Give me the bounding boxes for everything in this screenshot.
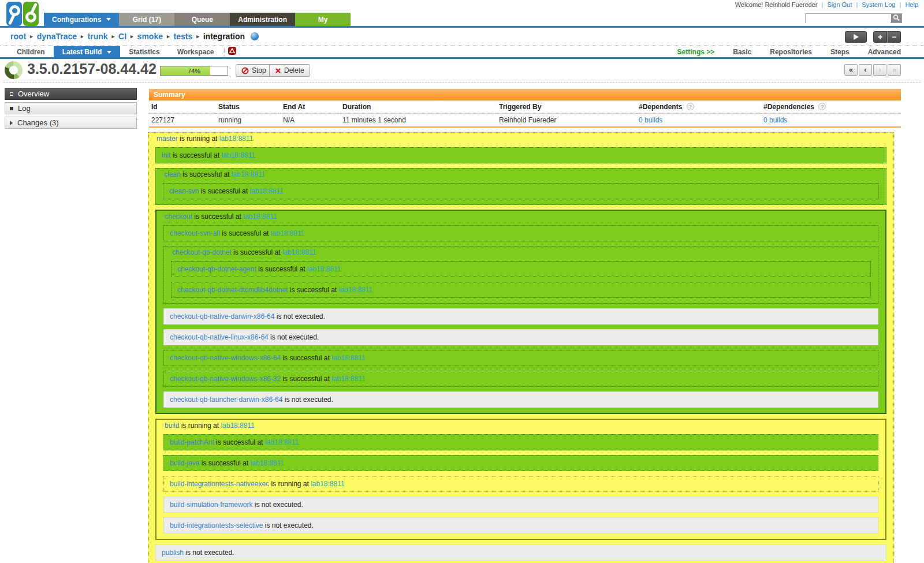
divider: | [899,1,901,8]
tab-workspace[interactable]: Workspace [169,46,223,58]
tab-statistics[interactable]: Statistics [120,46,168,58]
advanced-link[interactable]: Advanced [868,48,901,56]
step-build-patchAnt: build-patchAnt is successful at lab18:88… [163,434,878,450]
step-link-clean[interactable]: clean [164,170,181,178]
step-link-checkout-qb-launcher-darwin-x86-64[interactable]: checkout-qb-launcher-darwin-x86-64 [170,396,282,404]
breadcrumb-link-trunk[interactable]: trunk [88,32,108,41]
sidebar-item-changes[interactable]: Changes (3) [5,117,137,129]
step-link-checkout-qb-dotnet-agent[interactable]: checkout-qb-dotnet-agent [177,265,256,273]
sign-out-link[interactable]: Sign Out [828,1,852,8]
agent-link[interactable]: lab18:8811 [331,354,366,362]
pager-first-button[interactable]: « [844,64,858,76]
tab-label: Workspace [177,48,214,56]
basic-link[interactable]: Basic [733,48,751,56]
agent-link[interactable]: lab18:8811 [338,286,372,294]
step-link-master[interactable]: master [157,135,178,143]
step-link-checkout-svn-all[interactable]: checkout-svn-all [170,229,220,237]
sidebar-item-overview[interactable]: Overview [5,88,137,100]
search-button[interactable] [891,14,901,23]
run-build-button[interactable] [845,31,867,43]
welcome-bar: Welcome! Reinhold Fuereder | Sign Out | … [735,1,918,8]
dependents-link[interactable]: 0 builds [639,116,662,124]
step-link-build[interactable]: build [165,422,179,430]
agent-link[interactable]: lab18:8811 [219,135,254,143]
breadcrumb-link-dynatrace[interactable]: dynaTrace [37,32,77,41]
step-link-build-integrationtests-selective[interactable]: build-integrationtests-selective [170,521,263,530]
step-init: init is successful at lab18:8811 [155,147,886,163]
step-link-publish[interactable]: publish [162,549,184,557]
step-link-build-patchAnt[interactable]: build-patchAnt [170,438,214,446]
agent-link[interactable]: lab18:8811 [221,151,255,159]
step-label: build-integrationtests-nativeexec is run… [170,480,872,488]
step-link-checkout-qb-native-darwin-x86-64[interactable]: checkout-qb-native-darwin-x86-64 [170,312,274,320]
pager-prev-button[interactable]: ‹ [859,64,872,76]
breadcrumb-link-root[interactable]: root [10,32,26,41]
delete-button[interactable]: Delete [269,64,310,77]
nav-tab-administration[interactable]: Administration [230,13,295,26]
breadcrumb-link-ci[interactable]: CI [118,32,126,41]
breadcrumb-link-smoke[interactable]: smoke [137,32,163,41]
dependencies-link[interactable]: 0 builds [763,116,787,124]
breadcrumb-link-tests[interactable]: tests [174,32,193,41]
collapse-button[interactable]: − [887,31,901,43]
help-icon[interactable]: ? [818,103,826,110]
agent-link[interactable]: lab18:8811 [271,229,305,237]
agent-link[interactable]: lab18:8811 [307,265,341,273]
agent-link[interactable]: lab18:8811 [232,170,266,178]
breadcrumb-separator: ▸ [167,33,170,39]
quickbuild-page: Configurations Grid (17) Queue Administr… [0,0,924,563]
pager-last-button[interactable]: » [888,64,901,76]
breadcrumb-separator: ▸ [131,33,133,39]
nav-tab-queue[interactable]: Queue [174,13,230,26]
step-link-init[interactable]: init [162,151,170,159]
tab-latest-build[interactable]: Latest Build [54,46,121,58]
sidebar: Overview Log Changes (3) [5,88,137,131]
play-icon [854,34,859,40]
agent-link[interactable]: lab18:8811 [243,212,277,221]
step-link-build-simulation-framework[interactable]: build-simulation-framework [170,501,252,509]
help-link[interactable]: Help [905,1,918,8]
step-link-checkout-qb-dotnet[interactable]: checkout-qb-dotnet [172,248,232,256]
step-link-build-java[interactable]: build-java [170,459,199,467]
step-link-checkout-qb-dotnet-dtcmdlib4dotnet[interactable]: checkout-qb-dotnet-dtcmdlib4dotnet [177,286,288,294]
nav-tab-label: Administration [238,16,287,24]
agent-link[interactable]: lab18:8811 [249,187,284,195]
step-link-checkout-qb-native-linux-x86-64[interactable]: checkout-qb-native-linux-x86-64 [170,333,269,341]
nav-tab-label: Grid (17) [133,16,161,24]
agent-link[interactable]: lab18:8811 [265,438,299,446]
steps-link[interactable]: Steps [830,48,850,56]
config-tabs: Children Latest Build Statistics Workspa… [8,46,236,58]
step-link-build-integrationtests-nativeexec[interactable]: build-integrationtests-nativeexec [170,480,269,488]
agent-link[interactable]: lab18:8811 [282,248,316,256]
nav-tab-configurations[interactable]: Configurations [44,13,119,26]
agent-link[interactable]: lab18:8811 [311,480,345,488]
sidebar-item-log[interactable]: Log [5,102,137,114]
agent-link[interactable]: lab18:8811 [221,422,255,430]
step-link-checkout-qb-native-windows-x86-32[interactable]: checkout-qb-native-windows-x86-32 [170,375,281,383]
nav-tab-grid[interactable]: Grid (17) [119,13,174,26]
step-publish: publish is not executed. [155,545,886,561]
breadcrumb-separator: ▸ [30,33,33,39]
nav-tab-my[interactable]: My [295,13,351,26]
tab-label: Children [17,48,45,56]
step-link-clean-svn[interactable]: clean-svn [169,187,199,195]
step-link-checkout[interactable]: checkout [165,212,192,221]
agent-link[interactable]: lab18:8811 [331,375,366,383]
agent-link[interactable]: lab18:8811 [250,459,284,467]
step-label: clean-svn is successful at lab18:8811 [169,187,873,195]
expand-button[interactable]: + [873,31,887,43]
build-pager: « ‹ › » [843,64,901,76]
help-icon[interactable]: ? [687,103,694,110]
qb-logo-icon[interactable] [6,1,40,29]
repositories-link[interactable]: Repositories [770,48,812,56]
delete-workspace-icon[interactable] [228,47,236,57]
step-label: build-simulation-framework is not execut… [170,501,872,509]
system-log-link[interactable]: System Log [862,1,895,8]
stop-button[interactable]: Stop [236,64,272,77]
search-input[interactable] [806,16,890,24]
top-bar: Configurations Grid (17) Queue Administr… [0,0,924,28]
step-link-checkout-qb-native-windows-x86-64[interactable]: checkout-qb-native-windows-x86-64 [170,354,281,362]
settings-link[interactable]: Settings >> [677,48,715,56]
tab-children[interactable]: Children [8,46,54,58]
pager-next-button[interactable]: › [873,64,886,76]
